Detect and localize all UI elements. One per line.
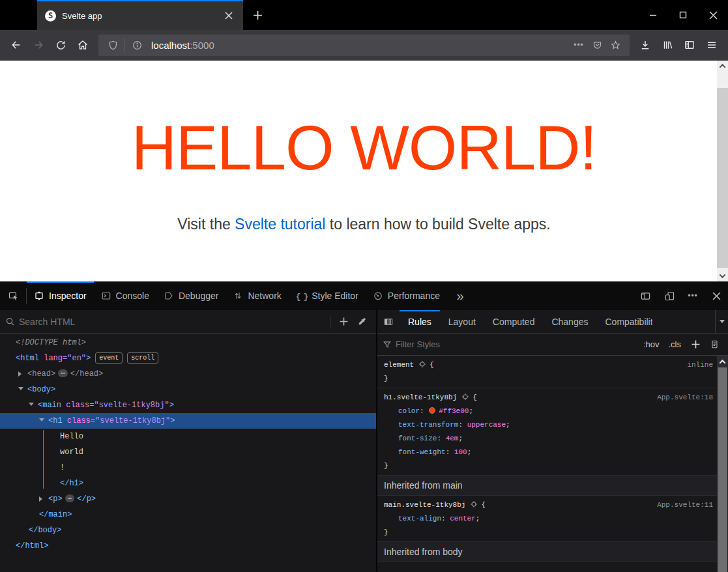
event-badge[interactable]: scroll (127, 352, 158, 364)
rules-scroll-up-icon[interactable] (717, 356, 728, 367)
downloads-button[interactable] (634, 34, 656, 56)
devtools-tab-network[interactable]: Network (226, 281, 288, 310)
markup-row[interactable]: <h1 class="svelte-1tky8bj"> (0, 413, 376, 429)
devtools-settings-icon[interactable] (681, 291, 705, 300)
markup-row[interactable]: </body> (0, 522, 376, 538)
scroll-down-icon[interactable] (717, 270, 728, 281)
markup-row[interactable]: <html lang="en">eventscroll (0, 350, 376, 366)
pocket-icon[interactable] (588, 36, 606, 54)
pick-element-button[interactable] (0, 281, 26, 310)
back-button[interactable] (5, 34, 27, 56)
filter-styles-input[interactable] (396, 339, 639, 349)
css-declaration[interactable]: font-weight: 100; (384, 446, 713, 459)
minimize-button[interactable] (638, 0, 668, 30)
markup-row[interactable]: world (0, 444, 376, 460)
eyedropper-icon[interactable] (353, 317, 371, 326)
library-button[interactable] (656, 34, 678, 56)
devtools-tab-inspector[interactable]: Inspector (27, 281, 94, 310)
css-declaration[interactable]: text-align: center; (384, 512, 713, 526)
markup-row[interactable]: <main class="svelte-1tky8bj"> (0, 397, 376, 413)
rule-selector[interactable]: element (384, 361, 414, 369)
markup-row[interactable]: <head>⋯</head> (0, 366, 376, 382)
property-value[interactable]: #ff3e00 (439, 407, 469, 415)
sidebar-tab-changes[interactable]: Changes (543, 310, 596, 333)
devtools-tab-style-editor[interactable]: Style Editor (289, 281, 366, 310)
bookmark-star-icon[interactable] (606, 36, 624, 54)
menu-hamburger-button[interactable] (701, 34, 723, 56)
sidebars-button[interactable] (678, 34, 701, 56)
url-bar[interactable]: localhost:5000 (98, 35, 630, 56)
rules-scrollbar[interactable] (717, 356, 728, 572)
rule-selector[interactable]: main.svelte-1tky8bj (384, 501, 465, 509)
rule-source-link[interactable]: App.svelte:11 (657, 498, 713, 512)
site-info-icon[interactable] (128, 36, 146, 54)
property-value[interactable]: 4em (446, 435, 459, 442)
highlight-selector-icon[interactable] (418, 360, 426, 368)
expand-twisty-icon[interactable] (18, 366, 27, 382)
rule-source-link[interactable]: App.svelte:18 (657, 391, 713, 405)
expand-twisty-icon[interactable] (18, 382, 27, 397)
markup-row[interactable]: </html> (0, 538, 376, 554)
markup-row[interactable]: Hello (0, 429, 376, 444)
dock-options-icon[interactable] (633, 291, 657, 302)
property-name[interactable]: font-weight (398, 448, 446, 456)
markup-row[interactable]: <body> (0, 382, 376, 397)
css-declaration[interactable]: text-transform: uppercase; (384, 418, 713, 432)
browser-tab[interactable]: S Svelte app (37, 0, 243, 30)
property-name[interactable]: text-align (398, 515, 441, 522)
sidebar-tab-layout[interactable]: Layout (440, 310, 484, 333)
maximize-button[interactable] (668, 0, 698, 30)
sidebar-tab-computed[interactable]: Computed (484, 310, 544, 333)
markup-row[interactable]: ! (0, 460, 376, 476)
devtools-tab-console[interactable]: Console (94, 281, 156, 310)
tab-close-icon[interactable] (221, 8, 237, 23)
event-badge[interactable]: event (95, 352, 123, 364)
svelte-tutorial-link[interactable]: Svelte tutorial (235, 216, 325, 233)
url-text[interactable]: localhost:5000 (151, 40, 570, 51)
property-name[interactable]: font-size (398, 435, 437, 442)
expand-twisty-icon[interactable] (39, 413, 48, 429)
devtools-tab-debugger[interactable]: Debugger (156, 281, 226, 310)
markup-row[interactable]: </h1> (0, 476, 376, 491)
home-button[interactable] (72, 34, 94, 56)
markup-row[interactable]: <!DOCTYPE html> (0, 335, 376, 350)
scroll-up-icon[interactable] (717, 61, 728, 72)
scrollbar-thumb[interactable] (717, 88, 728, 268)
search-html-input[interactable] (19, 317, 326, 327)
new-tab-button[interactable] (250, 7, 265, 23)
rule-selector[interactable]: h1.svelte-1tky8bj (384, 393, 457, 401)
toggle-classes-button[interactable]: .cls (664, 339, 686, 349)
more-tabs-icon[interactable] (447, 281, 473, 310)
highlight-selector-icon[interactable] (461, 393, 469, 401)
close-window-button[interactable] (698, 0, 728, 30)
forward-button[interactable] (27, 34, 50, 56)
toggle-3-pane-icon[interactable] (377, 310, 400, 333)
reload-button[interactable] (50, 34, 72, 56)
property-value[interactable]: 100 (454, 448, 467, 456)
page-scrollbar[interactable] (717, 61, 728, 281)
add-rule-button[interactable] (686, 339, 706, 349)
rules-scrollbar-thumb[interactable] (718, 367, 727, 572)
color-swatch[interactable] (429, 407, 435, 414)
page-actions-icon[interactable] (570, 36, 588, 54)
markup-row[interactable]: </main> (0, 507, 376, 522)
sidebar-tab-compatibility[interactable]: Compatibility (596, 310, 652, 333)
sidebar-tab-rules[interactable]: Rules (400, 310, 440, 333)
inline-expander-icon[interactable]: ⋯ (65, 494, 75, 502)
expand-twisty-icon[interactable] (39, 491, 48, 507)
css-declaration[interactable]: color: #ff3e00; (384, 405, 713, 418)
expand-twisty-icon[interactable] (29, 397, 38, 413)
rule-source-link[interactable]: inline (687, 358, 713, 372)
markup-row[interactable]: <p>⋯</p> (0, 491, 376, 507)
print-simulation-icon[interactable] (706, 339, 723, 349)
inline-expander-icon[interactable]: ⋯ (58, 369, 68, 377)
property-name[interactable]: text-transform (398, 421, 458, 429)
property-value[interactable]: center (450, 515, 476, 522)
responsive-design-icon[interactable] (658, 291, 681, 302)
devtools-tab-performance[interactable]: Performance (366, 281, 447, 310)
tracking-protection-shield-icon[interactable] (104, 36, 122, 54)
highlight-selector-icon[interactable] (470, 500, 478, 508)
property-name[interactable]: color (398, 407, 420, 415)
property-value[interactable]: uppercase (467, 421, 506, 429)
toggle-pseudo-classes-button[interactable]: :hov (639, 339, 664, 349)
